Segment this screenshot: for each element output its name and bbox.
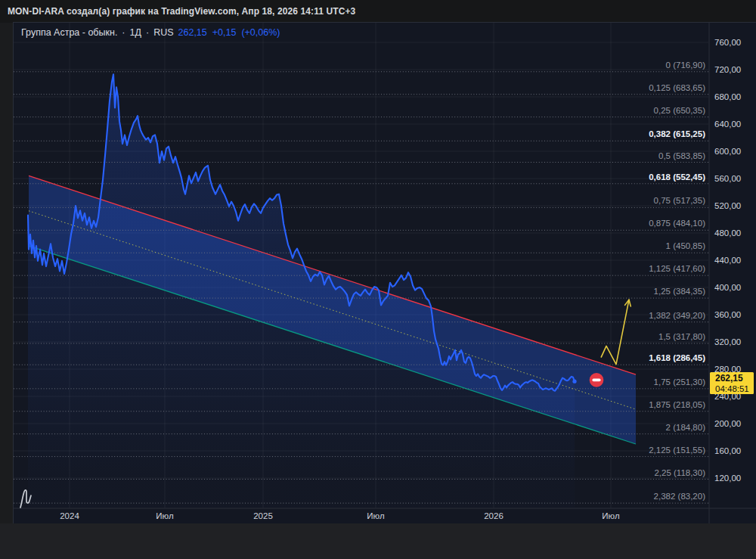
fib-level-label: 2 (184,80) [666, 423, 706, 432]
fib-level-label: 0,125 (683,65) [649, 83, 705, 92]
price-change-value: +0,15 [212, 27, 237, 38]
no-entry-bar [592, 379, 600, 382]
arrow-annotation[interactable] [601, 300, 629, 365]
price-scale[interactable] [709, 23, 756, 523]
legend-separator2: · [146, 27, 149, 38]
symbol-legend[interactable]: Группа Астра - обыкн. · 1Д · RUS 262,15 … [21, 23, 280, 42]
fib-level-label: 1,618 (286,45) [649, 353, 705, 362]
price-change-percent: (+0,06%) [241, 27, 280, 38]
fib-level-label: 1,382 (349,20) [649, 311, 705, 320]
fib-level-label: 0,25 (650,35) [654, 106, 706, 115]
fib-level-label: 0,382 (615,25) [649, 129, 705, 138]
fib-level-label: 1 (450,85) [666, 241, 706, 250]
footer-bar: TradingView [0, 523, 756, 559]
chart-window: Группа Астра - обыкн. · 1Д · RUS 262,15 … [14, 23, 756, 523]
fib-level-label: 1,25 (384,35) [654, 287, 706, 296]
fib-level-label: 1,5 (317,80) [658, 332, 705, 341]
chart-canvas[interactable]: 0 (716,90)0,125 (683,65)0,25 (650,35)0,3… [14, 23, 756, 523]
fib-level-label: 2,125 (151,55) [649, 446, 705, 455]
legend-separator: · [122, 27, 125, 38]
attribution-bar: MON-DI-ARA создал(а) график на TradingVi… [0, 0, 756, 23]
fib-level-label: 0,875 (484,10) [649, 219, 705, 228]
last-price-value: 262,15 [178, 27, 207, 38]
fib-level-label: 0,5 (583,85) [658, 151, 705, 160]
fib-level-label: 1,75 (251,30) [654, 377, 706, 387]
fib-level-label: 1,875 (218,05) [649, 400, 705, 409]
fib-level-label: 2,25 (118,30) [654, 468, 705, 477]
screenshot-canvas: MON-DI-ARA создал(а) график на TradingVi… [0, 0, 756, 559]
interval-label: 1Д [130, 27, 141, 38]
fib-level-label: 2,382 (83,20) [654, 492, 706, 501]
fib-level-label: 1,125 (417,60) [649, 264, 705, 273]
attribution-text: MON-DI-ARA создал(а) график на TradingVi… [8, 6, 355, 17]
arrow-head [629, 300, 631, 306]
time-scale[interactable] [14, 508, 756, 523]
exchange-label: RUS [153, 27, 173, 38]
fib-level-label: 0,618 (552,45) [649, 172, 705, 182]
fib-level-label: 0 (716,90) [666, 61, 706, 70]
quote-values: 262,15 +0,15 (+0,06%) [178, 27, 280, 38]
fib-level-label: 0,75 (517,35) [654, 196, 706, 205]
price-line-end-dot [572, 380, 576, 384]
price-area-fill [28, 74, 575, 508]
symbol-title: Группа Астра - обыкн. [21, 27, 117, 38]
